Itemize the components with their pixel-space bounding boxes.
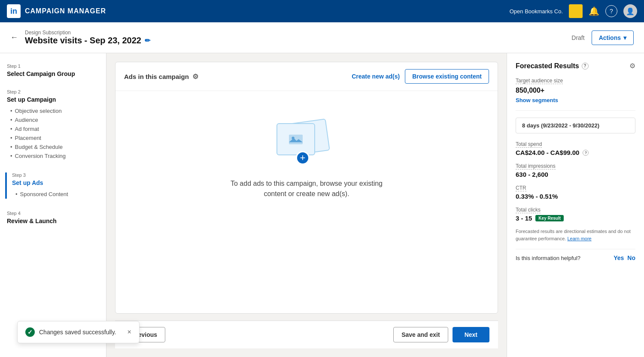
status-badge: Draft: [571, 34, 584, 41]
sidebar-step-4: Step 4 Review & Launch: [7, 211, 99, 224]
key-result-badge: Key Result: [535, 215, 564, 221]
helpful-buttons: Yes No: [614, 254, 635, 261]
edit-icon[interactable]: ✏: [145, 36, 150, 45]
forecast-header: Forecasted Results ? ⚙: [516, 62, 635, 70]
bottom-bar: Previous Save and exit Next: [115, 321, 498, 348]
top-nav-left: in CAMPAIGN MANAGER: [7, 4, 106, 18]
ad-illustration: +: [272, 117, 341, 168]
ctr-value: 0.33% - 0.51%: [516, 193, 635, 200]
total-clicks-row: Total clicks 3 - 15 Key Result: [516, 206, 635, 222]
header-title-group: Design Subscription Website visits - Sep…: [25, 30, 150, 45]
empty-state-text: To add ads to this campaign, browse your…: [225, 178, 388, 199]
avatar[interactable]: 👤: [623, 4, 637, 18]
step-3-items: Sponsored Content: [12, 190, 99, 199]
learn-more-link[interactable]: Learn more: [567, 236, 591, 241]
app-title: CAMPAIGN MANAGER: [25, 7, 106, 15]
top-nav-right: Open Bookmarks Co. 🔔 ? 👤: [510, 4, 637, 18]
sidebar-item-conversion: Conversion Tracking: [10, 151, 99, 160]
sidebar-step-1: Step 1 Select Campaign Group: [7, 64, 99, 77]
company-badge: [569, 4, 583, 18]
ctr-label: CTR: [516, 185, 526, 191]
toast-notification: ✓ Changes saved successfully. ×: [17, 321, 140, 343]
forecast-help-icon: ?: [582, 63, 589, 70]
date-range-box: 8 days (9/23/2022 - 9/30/2022): [516, 118, 635, 133]
total-spend-row: Total spend CA$24.00 - CA$99.00 ?: [516, 140, 635, 156]
campaign-gear-icon[interactable]: ⚙: [192, 73, 198, 81]
audience-size-value: 850,000+: [516, 87, 635, 94]
campaign-card-title: Ads in this campaign ⚙: [124, 73, 198, 81]
total-spend-value: CA$24.00 - CA$99.00 ?: [516, 149, 635, 156]
forecast-gear-icon[interactable]: ⚙: [629, 62, 635, 70]
chevron-down-icon: ▾: [623, 34, 626, 41]
total-clicks-label: Total clicks: [516, 207, 541, 213]
helpful-row: Is this information helpful? Yes No: [516, 249, 635, 261]
forecast-disclaimer: Forecasted results are directional estim…: [516, 228, 635, 242]
top-navigation: in CAMPAIGN MANAGER Open Bookmarks Co. 🔔…: [0, 0, 644, 22]
svg-rect-1: [289, 134, 303, 144]
ctr-row: CTR 0.33% - 0.51%: [516, 184, 635, 200]
plus-circle-icon: +: [296, 151, 310, 165]
total-spend-label: Total spend: [516, 141, 542, 148]
sidebar-item-objective: Objective selection: [10, 106, 99, 115]
header-right: Draft Actions ▾: [571, 30, 634, 45]
step-2-items: Objective selection Audience Ad format P…: [7, 106, 99, 160]
sidebar-item-audience: Audience: [10, 115, 99, 124]
sidebar-item-adformat: Ad format: [10, 124, 99, 133]
helpful-text: Is this information helpful?: [516, 255, 580, 261]
ad-card-front: [276, 123, 315, 155]
help-icon[interactable]: ?: [605, 5, 617, 17]
header-left: ← Design Subscription Website visits - S…: [10, 30, 150, 45]
campaign-card-body: + To add ads to this campaign, browse yo…: [115, 91, 498, 225]
forecast-panel: Forecasted Results ? ⚙ Target audience s…: [507, 53, 644, 357]
save-exit-button[interactable]: Save and exit: [393, 327, 448, 342]
back-button[interactable]: ←: [10, 33, 18, 42]
sidebar-item-budget: Budget & Schedule: [10, 142, 99, 151]
browse-existing-button[interactable]: Browse existing content: [405, 69, 489, 84]
total-clicks-value: 3 - 15 Key Result: [516, 215, 635, 222]
sidebar-step-3: Step 3 Set up Ads Sponsored Content: [5, 172, 99, 199]
total-impressions-value: 630 - 2,600: [516, 171, 635, 178]
helpful-no-button[interactable]: No: [627, 254, 635, 261]
landscape-icon: [289, 134, 303, 145]
sidebar-step-2: Step 2 Set up Campaign Objective selecti…: [7, 89, 99, 160]
total-impressions-label: Total impressions: [516, 163, 556, 169]
audience-size-label: Target audience size: [516, 78, 563, 84]
forecast-title: Forecasted Results ?: [516, 62, 589, 70]
main-layout: Step 1 Select Campaign Group Step 2 Set …: [0, 53, 644, 357]
actions-button[interactable]: Actions ▾: [592, 30, 634, 45]
campaign-card-header: Ads in this campaign ⚙ Create new ad(s) …: [115, 62, 498, 91]
page-title: Website visits - Sep 23, 2022 ✏: [25, 36, 150, 45]
campaign-header-actions: Create new ad(s) Browse existing content: [352, 69, 489, 84]
notification-icon[interactable]: 🔔: [589, 6, 599, 16]
sidebar-item-placement: Placement: [10, 133, 99, 142]
forecast-audience-section: Target audience size 850,000+ Show segme…: [516, 77, 635, 111]
show-segments-link[interactable]: Show segments: [516, 97, 635, 103]
campaign-card: Ads in this campaign ⚙ Create new ad(s) …: [115, 62, 498, 314]
right-buttons: Save and exit Next: [393, 327, 489, 342]
toast-close-button[interactable]: ×: [128, 328, 131, 336]
sidebar: Step 1 Select Campaign Group Step 2 Set …: [0, 53, 106, 357]
next-button[interactable]: Next: [453, 327, 489, 342]
content-area: Ads in this campaign ⚙ Create new ad(s) …: [106, 53, 507, 357]
header-subtitle: Design Subscription: [25, 30, 150, 36]
helpful-yes-button[interactable]: Yes: [614, 254, 624, 261]
header-bar: ← Design Subscription Website visits - S…: [0, 22, 644, 53]
total-impressions-row: Total impressions 630 - 2,600: [516, 162, 635, 178]
create-new-ads-link[interactable]: Create new ad(s): [352, 73, 400, 80]
company-name: Open Bookmarks Co.: [510, 8, 563, 15]
linkedin-logo: in: [7, 4, 21, 18]
sidebar-item-sponsored: Sponsored Content: [15, 190, 99, 199]
toast-success-icon: ✓: [25, 327, 35, 337]
toast-message: Changes saved successfully.: [39, 329, 116, 336]
total-spend-help-icon: ?: [583, 150, 589, 156]
